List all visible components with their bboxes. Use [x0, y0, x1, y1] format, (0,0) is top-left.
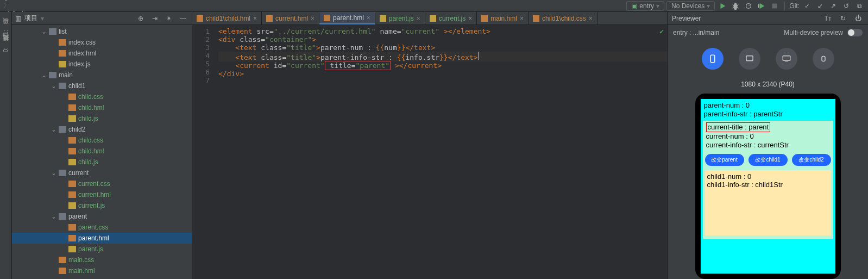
tree-node[interactable]: current.hml [12, 189, 192, 200]
js-file-icon [430, 15, 436, 22]
tree-arrow-icon[interactable]: ⌄ [51, 126, 56, 133]
folder-icon [59, 170, 66, 176]
locate-icon[interactable]: ⊕ [135, 13, 146, 24]
debug-button[interactable] [730, 1, 741, 11]
tree-node-label: child.js [78, 115, 98, 122]
tree-node[interactable]: child.css [12, 91, 192, 102]
multidevice-toggle[interactable] [847, 29, 863, 36]
close-tab-icon[interactable]: × [367, 14, 370, 22]
tree-node-label: main.css [68, 256, 94, 264]
hml-file-icon [59, 50, 66, 57]
change-parent-button[interactable]: 改变parent [705, 154, 744, 166]
tree-node-label: parent [68, 213, 87, 220]
tree-node[interactable]: index.css [12, 37, 192, 48]
gear-icon[interactable]: ✴ [163, 13, 174, 24]
code-content[interactable]: <element src="../current/current.hml" na… [214, 25, 667, 279]
close-tab-icon[interactable]: × [253, 15, 257, 22]
tree-arrow-icon[interactable]: ⌄ [41, 28, 47, 35]
font-icon[interactable]: Tт [822, 13, 833, 24]
tree-node-label: parent.hml [78, 234, 109, 242]
css-file-icon [68, 224, 76, 231]
hml-file-icon [68, 235, 76, 241]
tree-node[interactable]: main.css [12, 255, 192, 265]
editor-tab[interactable]: parent.hml× [319, 12, 375, 24]
css-file-icon [68, 137, 76, 144]
stop-button[interactable] [769, 1, 780, 11]
tree-node[interactable]: index.js [12, 59, 192, 70]
tree-node[interactable]: ⌄child2 [12, 124, 192, 135]
tree-node[interactable]: current.js [12, 200, 192, 211]
tree-node-label: main.hml [68, 267, 95, 275]
git-pull-button[interactable]: ✓ [802, 1, 813, 11]
run-config-selector[interactable]: ▣ entry ▾ [626, 1, 664, 11]
editor-tab[interactable]: current.js× [425, 12, 477, 24]
tv-device-button[interactable] [776, 48, 797, 70]
tree-node[interactable]: child.hml [12, 146, 192, 157]
tree-arrow-icon[interactable]: ⌄ [51, 169, 56, 177]
tree-node[interactable]: ⌄current [12, 168, 192, 178]
editor-tab[interactable]: current.hml× [262, 12, 319, 24]
power-icon[interactable]: ⏻ [853, 13, 864, 24]
editor-tab[interactable]: main.hml× [477, 12, 529, 24]
git-push-button[interactable]: ↙ [815, 1, 826, 11]
run-button[interactable] [717, 1, 728, 11]
editor-tab[interactable]: child1\child.css× [529, 12, 597, 24]
tree-node[interactable]: current.css [12, 178, 192, 189]
tablet-device-button[interactable] [739, 48, 760, 70]
tree-arrow-icon[interactable]: ⌄ [41, 71, 47, 79]
git-history-button[interactable]: ↺ [841, 1, 852, 11]
wearable-device-button[interactable] [813, 48, 834, 70]
tree-arrow-icon[interactable]: ⌄ [51, 213, 56, 220]
tree-node-label: current.js [78, 202, 105, 209]
project-tree[interactable]: ⌄listindex.cssindex.hmlindex.js⌄main⌄chi… [12, 25, 192, 279]
close-tab-icon[interactable]: × [468, 15, 472, 22]
svg-rect-6 [822, 57, 825, 61]
tree-node[interactable]: ⌄main [12, 70, 192, 80]
close-tab-icon[interactable]: × [417, 15, 420, 22]
profiler-button[interactable] [743, 1, 754, 11]
change-child1-button[interactable]: 改变child1 [749, 154, 788, 166]
tree-node[interactable]: ⌄parent [12, 211, 192, 222]
tree-node[interactable]: ⌄list [12, 26, 192, 37]
editor-tab[interactable]: parent.js× [375, 12, 425, 24]
device-size-label: 1080 x 2340 (P40) [668, 77, 868, 91]
tree-node[interactable]: parent.css [12, 222, 192, 233]
commit-toolwindow-tab[interactable]: 0: 提交对话框 [2, 46, 10, 52]
chevron-down-icon: ▾ [656, 2, 659, 10]
refresh-icon[interactable]: ↻ [838, 13, 848, 24]
folder-icon [59, 83, 66, 89]
folder-icon [59, 126, 66, 133]
tree-node[interactable]: main.hml [12, 265, 192, 276]
tree-node[interactable]: child.hml [12, 102, 192, 113]
chevron-down-icon: ▾ [707, 2, 710, 10]
close-tab-icon[interactable]: × [589, 15, 593, 22]
hide-icon[interactable]: — [178, 13, 188, 24]
expand-icon[interactable]: ⇥ [149, 13, 160, 24]
tree-node[interactable]: ⌄child1 [12, 80, 192, 91]
previewer-panel: Previewer Tт ↻ ⏻ entry : ...in/main Mult… [667, 12, 868, 279]
js-file-icon [68, 202, 76, 209]
tree-node[interactable]: child.js [12, 113, 192, 124]
tree-node[interactable]: child.js [12, 157, 192, 168]
tree-node[interactable]: parent.js [12, 244, 192, 255]
tree-arrow-icon[interactable]: ⌄ [51, 82, 56, 90]
close-tab-icon[interactable]: × [311, 15, 315, 22]
search-button[interactable]: ⧉ [854, 1, 865, 11]
close-tab-icon[interactable]: × [520, 15, 524, 22]
phone-device-button[interactable] [702, 48, 724, 70]
change-child2-button[interactable]: 改变child2 [792, 154, 831, 166]
tree-node[interactable]: parent.hml [12, 233, 192, 244]
css-file-icon [68, 181, 76, 187]
code-editor[interactable]: 1234567 <element src="../current/current… [192, 25, 667, 279]
editor-tab[interactable]: child1\child.hml× [192, 12, 262, 24]
chevron-down-icon[interactable]: ▾ [41, 15, 44, 22]
device-selector[interactable]: No Devices ▾ [666, 1, 715, 11]
attach-button[interactable] [756, 1, 767, 11]
breadcrumb-segment[interactable]: js [3, 0, 47, 1]
git-update-button[interactable]: ↗ [828, 1, 839, 11]
tree-node[interactable]: index.hml [12, 48, 192, 59]
hml-file-icon [481, 15, 488, 22]
tree-node[interactable]: child.css [12, 135, 192, 146]
project-toolwindow-tab[interactable]: 1: 项目 [2, 28, 10, 35]
project-view-icon: ▥ [15, 15, 21, 22]
